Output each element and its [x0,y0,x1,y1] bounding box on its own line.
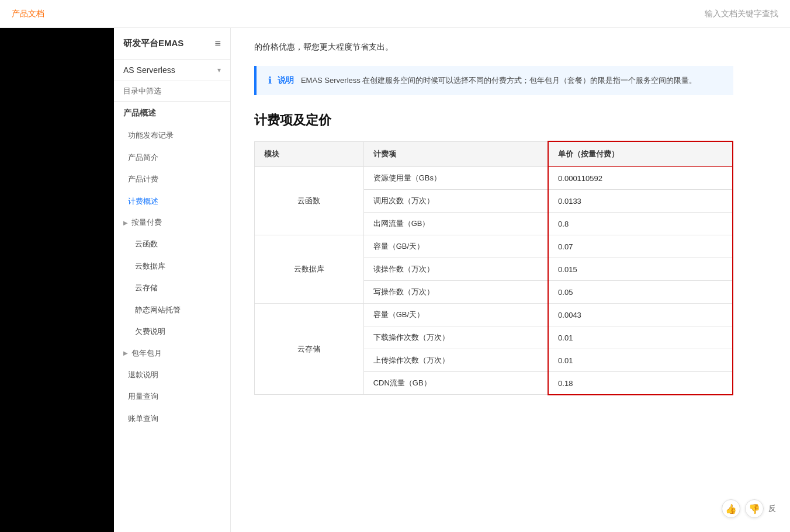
menu-icon[interactable]: ≡ [214,37,221,50]
product-name: AS Serverless [123,65,175,75]
module-cell: 云存储 [255,304,364,395]
col-header-price: 单价（按量付费） [548,141,733,167]
pricing-table: 模块 计费项 单价（按量付费） 云函数资源使用量（GBs）0.000110592… [254,141,733,395]
top-description: 的价格优惠，帮您更大程度节省支出。 [254,40,733,54]
sidebar-item-release-notes[interactable]: 功能发布记录 [114,124,230,147]
item-cell: 写操作数（万次） [363,281,548,304]
content-area: 的价格优惠，帮您更大程度节省支出。 ℹ 说明 EMAS Serverless 在… [231,28,790,532]
sidebar-item-overdue[interactable]: 欠费说明 [114,321,230,343]
module-cell: 云函数 [255,167,364,235]
item-cell: 容量（GB/天） [363,235,548,258]
sidebar: 研发平台EMAS ≡ AS Serverless ▾ 目录中筛选 产品概述 功能… [114,28,231,532]
sidebar-title: 研发平台EMAS [123,38,183,49]
info-icon: ℹ [268,75,272,86]
sidebar-item-usage-query[interactable]: 用量查询 [114,385,230,408]
price-cell: 0.8 [548,213,733,235]
section-title: 计费项及定价 [254,112,733,129]
sidebar-item-cloud-function[interactable]: 云函数 [114,233,230,255]
thumbup-button[interactable]: 👍 [722,499,740,518]
item-cell: 下载操作次数（万次） [363,326,548,349]
sidebar-item-product-overview[interactable]: 产品概述 [114,102,230,124]
item-cell: 上传操作次数（万次） [363,349,548,372]
left-panel [0,28,114,532]
price-cell: 0.05 [548,281,733,304]
sidebar-filter: 目录中筛选 [114,81,230,102]
item-cell: 容量（GB/天） [363,304,548,326]
sidebar-section-subscription[interactable]: ▶ 包年包月 [114,343,230,364]
product-selector[interactable]: AS Serverless ▾ [114,60,230,81]
info-box: ℹ 说明 EMAS Serverless 在创建服务空间的时候可以选择不同的付费… [254,66,733,95]
sidebar-item-static-hosting[interactable]: 静态网站托管 [114,299,230,321]
price-cell: 0.01 [548,326,733,349]
feedback-bar: 👍 👎 反 [722,499,776,518]
thumbdown-button[interactable]: 👎 [745,499,764,518]
item-cell: 调用次数（万次） [363,190,548,213]
table-row: 云数据库容量（GB/天）0.07 [255,235,733,258]
sidebar-item-cloud-db[interactable]: 云数据库 [114,255,230,277]
price-cell: 0.07 [548,235,733,258]
table-row: 云函数资源使用量（GBs）0.000110592 [255,167,733,190]
sidebar-header: 研发平台EMAS ≡ [114,28,230,60]
table-row: 云存储容量（GB/天）0.0043 [255,304,733,326]
sidebar-item-cloud-storage[interactable]: 云存储 [114,277,230,299]
item-cell: 读操作数（万次） [363,258,548,281]
price-cell: 0.015 [548,258,733,281]
sidebar-item-intro[interactable]: 产品简介 [114,147,230,169]
item-cell: 资源使用量（GBs） [363,167,548,190]
col-header-module: 模块 [255,141,364,167]
item-cell: CDN流量（GB） [363,372,548,395]
pricing-table-wrapper: 模块 计费项 单价（按量付费） 云函数资源使用量（GBs）0.000110592… [254,141,733,395]
col-header-item: 计费项 [363,141,548,167]
sidebar-nav: 产品概述 功能发布记录 产品简介 产品计费 计费概述 ▶ 按量付费 云函数 [114,102,230,532]
filter-label: 目录中筛选 [123,86,161,95]
info-label: 说明 [278,75,294,85]
price-cell: 0.0043 [548,304,733,326]
info-text: EMAS Serverless 在创建服务空间的时候可以选择不同的付费方式；包年… [301,76,697,85]
chevron-down-icon: ▾ [217,66,221,74]
search-placeholder[interactable]: 输入文档关键字查找 [705,9,778,19]
sidebar-item-refund[interactable]: 退款说明 [114,364,230,386]
price-cell: 0.0133 [548,190,733,213]
sidebar-item-bill-query[interactable]: 账单查询 [114,408,230,430]
sidebar-item-billing-overview[interactable]: 计费概述 [114,190,230,213]
price-cell: 0.18 [548,372,733,395]
price-cell: 0.01 [548,349,733,372]
top-nav: 产品文档 输入文档关键字查找 [0,0,790,28]
arrow-icon: ▶ [123,220,128,226]
arrow-icon-2: ▶ [123,350,128,356]
price-cell: 0.000110592 [548,167,733,190]
sidebar-section-pay[interactable]: ▶ 按量付费 [114,212,230,233]
sidebar-item-billing[interactable]: 产品计费 [114,168,230,190]
product-doc-link[interactable]: 产品文档 [12,9,44,19]
feedback-label[interactable]: 反 [768,503,776,514]
module-cell: 云数据库 [255,235,364,304]
item-cell: 出网流量（GB） [363,213,548,235]
main-layout: 研发平台EMAS ≡ AS Serverless ▾ 目录中筛选 产品概述 功能… [0,28,790,532]
